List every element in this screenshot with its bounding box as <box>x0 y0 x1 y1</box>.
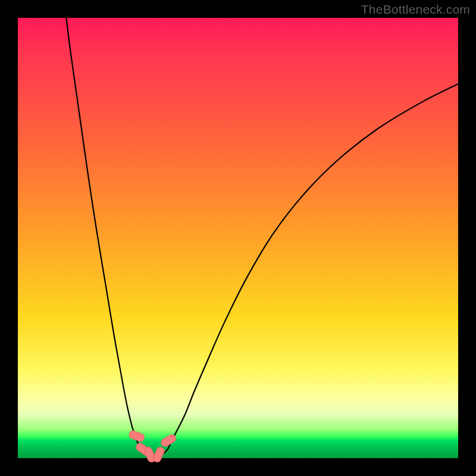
curve-right-branch <box>163 84 458 454</box>
plot-area <box>18 18 458 458</box>
valley-marker <box>128 430 145 442</box>
bottleneck-curve <box>66 18 458 458</box>
chart-frame: TheBottleneck.com <box>0 0 476 476</box>
curve-left-branch <box>66 18 145 454</box>
valley-marker <box>160 433 177 447</box>
watermark-text: TheBottleneck.com <box>361 2 470 17</box>
chart-svg <box>18 18 458 458</box>
